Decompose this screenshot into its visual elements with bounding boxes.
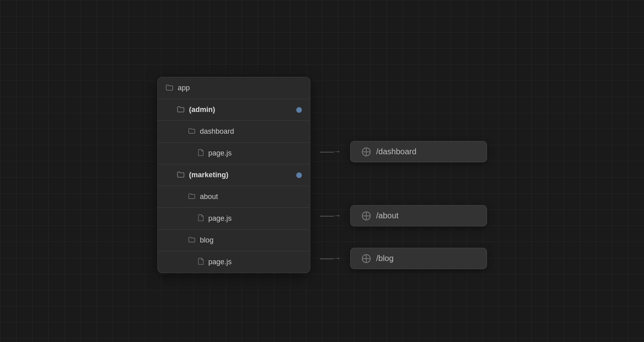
- tree-row-blog: blog: [158, 230, 310, 251]
- folder-icon-marketing: [177, 171, 184, 179]
- tree-row-dashboard: dashboard: [158, 121, 310, 143]
- tree-label-marketing: (marketing): [189, 171, 229, 179]
- route-pill-blog: /blog: [350, 248, 487, 269]
- marketing-badge: [296, 172, 302, 178]
- diagram-container: app (admin) dashboard: [157, 77, 487, 273]
- routes-column: /dashboard /about /blog: [310, 77, 487, 269]
- route-row-about: /about: [310, 205, 487, 226]
- tree-label-dashboard: dashboard: [200, 127, 234, 136]
- tree-label-admin: (admin): [189, 106, 215, 114]
- tree-label-about: about: [200, 193, 218, 201]
- tree-row-app: app: [158, 77, 310, 99]
- globe-icon-blog: [362, 254, 371, 263]
- tree-row-dashboard-page: page.js: [158, 143, 310, 164]
- route-text-dashboard: /dashboard: [376, 147, 417, 156]
- route-text-about: /about: [376, 211, 399, 220]
- admin-badge: [296, 107, 302, 113]
- route-pill-about: /about: [350, 205, 487, 226]
- tree-row-marketing: (marketing): [158, 164, 310, 186]
- tree-row-about-page: page.js: [158, 208, 310, 230]
- folder-icon-dashboard: [188, 128, 195, 135]
- arrow-blog: [310, 254, 350, 263]
- globe-icon-dashboard: [362, 147, 371, 156]
- file-tree: app (admin) dashboard: [157, 77, 310, 273]
- tree-label-blog-page: page.js: [208, 258, 232, 266]
- globe-icon-about: [362, 211, 371, 220]
- tree-label-app: app: [178, 84, 190, 92]
- route-text-blog: /blog: [376, 254, 394, 263]
- file-icon-about: [198, 214, 204, 223]
- file-icon-blog: [198, 258, 204, 266]
- folder-icon-admin: [177, 106, 184, 114]
- tree-label-about-page: page.js: [208, 214, 232, 223]
- tree-label-dashboard-page: page.js: [208, 149, 232, 158]
- route-pill-dashboard: /dashboard: [350, 141, 487, 162]
- route-row-blog: /blog: [310, 248, 487, 269]
- arrow-about: [310, 211, 350, 220]
- tree-label-blog: blog: [200, 236, 214, 245]
- folder-icon-blog: [188, 236, 195, 244]
- tree-row-admin: (admin): [158, 99, 310, 121]
- route-row-dashboard: /dashboard: [310, 141, 487, 162]
- arrow-dashboard: [310, 147, 350, 156]
- tree-row-about: about: [158, 186, 310, 208]
- folder-icon: [166, 84, 173, 92]
- file-icon-dashboard: [198, 149, 204, 158]
- tree-row-blog-page: page.js: [158, 251, 310, 273]
- folder-icon-about: [188, 193, 195, 201]
